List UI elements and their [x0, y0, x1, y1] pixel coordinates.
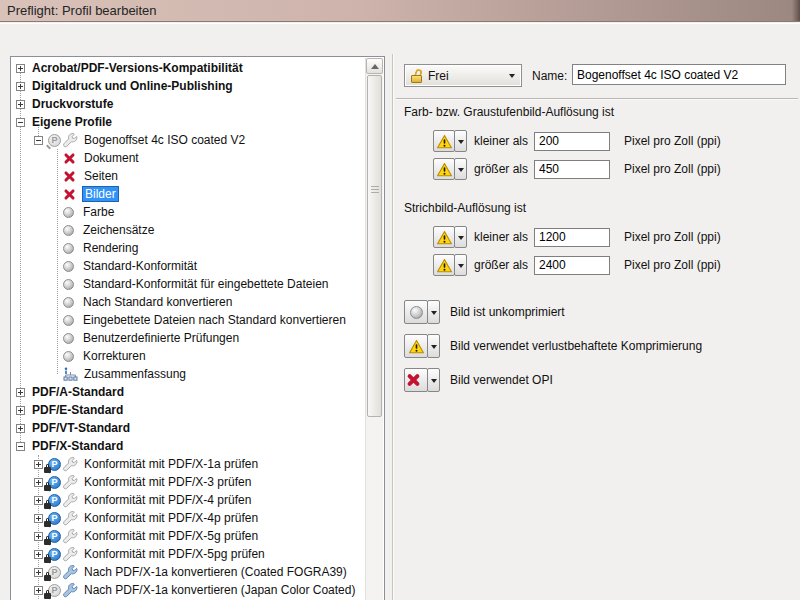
tree-item[interactable]: Zeichensätze [11, 221, 365, 239]
severity-dropdown-arrow[interactable] [454, 130, 467, 152]
expand-icon[interactable] [34, 568, 43, 577]
expand-icon[interactable] [34, 478, 43, 487]
tree-item-label[interactable]: Bogenoffset 4c ISO coated V2 [82, 132, 247, 148]
warning-severity-icon[interactable] [433, 254, 455, 276]
tree-item[interactable]: Acrobat/PDF-Versions-Kompatibilität [11, 59, 365, 77]
tree-item-label[interactable]: Konformität mit PDF/X-4p prüfen [82, 510, 260, 526]
expand-icon[interactable] [34, 496, 43, 505]
expand-icon[interactable] [34, 586, 43, 595]
severity-button[interactable] [433, 226, 467, 248]
tree-item-label[interactable]: Eigene Profile [30, 114, 114, 130]
tree-item[interactable]: Standard-Konformität [11, 257, 365, 275]
tree-item[interactable]: Rendering [11, 239, 365, 257]
collapse-icon[interactable] [16, 118, 25, 127]
severity-button[interactable] [433, 254, 467, 276]
tree-item[interactable]: PNach PDF/X-1a konvertieren (Coated FOGR… [11, 563, 365, 581]
tree-item[interactable]: Nach Standard konvertieren [11, 293, 365, 311]
tree-item[interactable]: PKonformität mit PDF/X-5pg prüfen [11, 545, 365, 563]
tree-item-label[interactable]: Dokument [82, 150, 141, 166]
tree-item-label[interactable]: Rendering [81, 240, 140, 256]
resolution-value-input[interactable] [534, 228, 610, 247]
tree-item[interactable]: PKonformität mit PDF/X-5g prüfen [11, 527, 365, 545]
tree-item[interactable]: Farbe [11, 203, 365, 221]
tree-item-label[interactable]: Konformität mit PDF/X-4 prüfen [82, 492, 253, 508]
scrollbar-thumb[interactable] [367, 75, 382, 417]
warning-severity-icon[interactable] [433, 158, 455, 180]
expand-icon[interactable] [16, 64, 25, 73]
tree-item[interactable]: Standard-Konformität für eingebettete Da… [11, 275, 365, 293]
tree-item-label[interactable]: Druckvorstufe [30, 96, 115, 112]
inactive-severity-icon[interactable] [404, 300, 428, 324]
expand-icon[interactable] [16, 406, 25, 415]
tree-item-label[interactable]: Standard-Konformität für eingebettete Da… [81, 276, 330, 292]
tree-item[interactable]: PKonformität mit PDF/X-4 prüfen [11, 491, 365, 509]
tree-item-label[interactable]: Bilder [82, 186, 119, 202]
severity-button[interactable] [433, 158, 467, 180]
tree-item[interactable]: Bilder [11, 185, 365, 203]
resolution-value-input[interactable] [534, 256, 610, 275]
resolution-value-input[interactable] [534, 132, 610, 151]
tree-item[interactable]: PDF/A-Standard [11, 383, 365, 401]
tree-item[interactable]: PKonformität mit PDF/X-1a prüfen [11, 455, 365, 473]
tree-item-label[interactable]: Nach PDF/X-1a konvertieren (Coated FOGRA… [82, 564, 349, 580]
tree-item[interactable]: PBogenoffset 4c ISO coated V2 [11, 131, 365, 149]
tree-item[interactable]: PDF/E-Standard [11, 401, 365, 419]
expand-icon[interactable] [16, 424, 25, 433]
tree-item[interactable]: Druckvorstufe [11, 95, 365, 113]
severity-button[interactable] [433, 130, 467, 152]
tree-item[interactable]: Eingebettete Dateien nach Standard konve… [11, 311, 365, 329]
scrollbar-up-button[interactable] [366, 58, 383, 74]
tree-item-label[interactable]: Acrobat/PDF-Versions-Kompatibilität [30, 60, 245, 76]
collapse-icon[interactable] [16, 442, 25, 451]
expand-icon[interactable] [16, 388, 25, 397]
tree-item-label[interactable]: Zusammenfassung [82, 366, 188, 382]
tree-item-label[interactable]: Konformität mit PDF/X-5pg prüfen [82, 546, 267, 562]
expand-icon[interactable] [34, 532, 43, 541]
expand-icon[interactable] [34, 460, 43, 469]
tree-item[interactable]: PDF/VT-Standard [11, 419, 365, 437]
tree-item-label[interactable]: Zeichensätze [81, 222, 156, 238]
severity-button[interactable] [404, 368, 440, 392]
severity-button[interactable] [404, 300, 440, 324]
tree-item[interactable]: Benutzerdefinierte Prüfungen [11, 329, 365, 347]
warning-severity-icon[interactable] [404, 334, 428, 358]
tree-item[interactable]: PDF/X-Standard [11, 437, 365, 455]
tree-item[interactable]: Digitaldruck und Online-Publishing [11, 77, 365, 95]
error-severity-icon[interactable] [404, 368, 428, 392]
tree-item-label[interactable]: Standard-Konformität [81, 258, 199, 274]
severity-dropdown-arrow[interactable] [427, 368, 440, 392]
expand-icon[interactable] [16, 82, 25, 91]
tree-item-label[interactable]: PDF/E-Standard [30, 402, 125, 418]
tree-item[interactable]: PNach PDF/X-1a konvertieren (Japan Color… [11, 581, 365, 599]
tree-item-label[interactable]: Konformität mit PDF/X-5g prüfen [82, 528, 260, 544]
tree-item-label[interactable]: Benutzerdefinierte Prüfungen [81, 330, 241, 346]
status-dropdown[interactable]: Frei [404, 64, 522, 87]
tree-item-label[interactable]: Digitaldruck und Online-Publishing [30, 78, 235, 94]
severity-dropdown-arrow[interactable] [454, 226, 467, 248]
tree-scrollbar[interactable] [365, 58, 383, 600]
severity-dropdown-arrow[interactable] [427, 300, 440, 324]
expand-icon[interactable] [34, 550, 43, 559]
resolution-value-input[interactable] [534, 160, 610, 179]
profile-name-input[interactable] [572, 64, 786, 85]
tree-item[interactable]: PKonformität mit PDF/X-3 prüfen [11, 473, 365, 491]
severity-dropdown-arrow[interactable] [454, 254, 467, 276]
severity-dropdown-arrow[interactable] [427, 334, 440, 358]
tree-item[interactable]: Seiten [11, 167, 365, 185]
expand-icon[interactable] [34, 514, 43, 523]
tree-item-label[interactable]: Nach Standard konvertieren [81, 294, 234, 310]
tree-item-label[interactable]: Konformität mit PDF/X-3 prüfen [82, 474, 253, 490]
tree-item[interactable]: Dokument [11, 149, 365, 167]
severity-dropdown-arrow[interactable] [454, 158, 467, 180]
tree-item-label[interactable]: PDF/A-Standard [30, 384, 126, 400]
tree-item-label[interactable]: Farbe [81, 204, 116, 220]
tree-item[interactable]: Korrekturen [11, 347, 365, 365]
warning-severity-icon[interactable] [433, 226, 455, 248]
tree-item-label[interactable]: Nach PDF/X-1a konvertieren (Japan Color … [82, 582, 357, 598]
warning-severity-icon[interactable] [433, 130, 455, 152]
tree-item-label[interactable]: PDF/X-Standard [30, 438, 125, 454]
expand-icon[interactable] [16, 100, 25, 109]
tree-item-label[interactable]: Seiten [82, 168, 120, 184]
tree-item-label[interactable]: Konformität mit PDF/X-1a prüfen [82, 456, 260, 472]
tree-item[interactable]: Eigene Profile [11, 113, 365, 131]
